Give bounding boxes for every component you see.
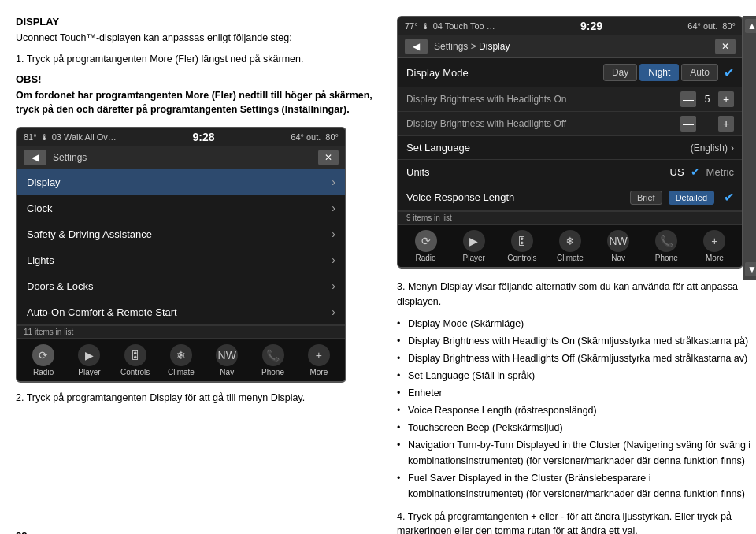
left-bottom-more[interactable]: + More [303,344,335,376]
brightness-on-minus-button[interactable]: — [680,91,696,107]
right-back-button[interactable]: ◀ [405,39,428,54]
scroll-down-button[interactable]: ▼ [745,262,756,276]
bullet-fuel: Fuel Saver Displayed in the Cluster (Brä… [397,470,756,502]
left-breadcrumb: Settings [53,152,312,163]
bullet-nav-cluster: Navigation Turn-by-Turn Displayed in the… [397,437,756,469]
mode-auto-button[interactable]: Auto [681,64,718,81]
left-bottom-climate[interactable]: ❄ Climate [165,344,197,376]
right-phone-label: Phone [655,254,678,262]
right-bottombar: ⟳ Radio ▶ Player 🎛 Controls ❄ [398,224,742,267]
right-bottom-player[interactable]: ▶ Player [458,230,490,262]
right-bottom-more[interactable]: + More [699,230,730,262]
climate-label: Climate [168,368,195,376]
car-screen-left: 81° 🌡 03 Walk All Ov… 9:28 64° out. 80° … [16,127,346,383]
controls-icon: 🎛 [124,344,146,366]
left-topbar-icon: 🌡 [40,132,49,142]
set-language-value: (English) [691,143,728,154]
voice-brief-button[interactable]: Brief [630,191,662,205]
left-time: 9:28 [193,131,215,143]
set-language-row[interactable]: Set Language (English) › [398,136,742,160]
menu-item-display[interactable]: Display › [17,169,345,195]
brightness-off-label: Display Brightness with Headlights Off [406,118,566,129]
more-icon: + [308,344,330,366]
brightness-on-plus-button[interactable]: + [718,91,734,107]
right-screen-body: Display Mode Day Night Auto ✔ Display Br… [398,58,742,267]
right-screen-wrapper: 77° 🌡 04 Touch Too … 9:29 64° out. 80° ◀… [397,16,756,280]
left-range: 80° [325,132,339,142]
more-label: More [309,368,328,376]
brightness-off-controls: — + [680,116,734,132]
menu-item-clock-label: Clock [27,202,53,214]
right-bottom-climate[interactable]: ❄ Climate [554,230,586,262]
units-label: Units [406,166,430,178]
left-close-button[interactable]: ✕ [318,150,339,165]
left-topbar-right: 64° out. 80° [291,132,339,142]
voice-response-label: Voice Response Length [406,191,514,203]
menu-item-clock-arrow: › [332,202,335,214]
climate-icon: ❄ [170,344,192,366]
right-column: 77° 🌡 04 Touch Too … 9:29 64° out. 80° ◀… [397,16,756,534]
right-side-scroll: ▲ ▼ [743,16,756,280]
intro-text: Uconnect Touch™-displayen kan anpassas e… [16,31,378,46]
left-route: 03 Walk All Ov… [52,132,117,142]
bullet-voice: Voice Response Length (röstresponslängd) [397,402,756,418]
mode-day-button[interactable]: Day [603,64,637,81]
radio-label: Radio [33,368,54,376]
left-menu-list: Display › Clock › Safety & Driving Assis… [17,169,345,325]
right-topbar-icon: 🌡 [421,21,430,31]
step4-text: 4. Tryck på programtangenten + eller - f… [397,510,756,535]
menu-item-autoon-label: Auto-On Comfort & Remote Start [27,306,177,318]
brightness-on-label: Display Brightness with Headlights On [406,94,566,105]
right-close-button[interactable]: ✕ [715,39,736,54]
right-bottom-nav[interactable]: NW Nav [602,230,634,262]
voice-response-row: Voice Response Length Brief Detailed ✔ [398,184,742,211]
left-temp-right: 64° out. [291,132,321,142]
mode-buttons: Day Night Auto ✔ [603,64,734,81]
menu-item-safety-arrow: › [332,228,335,240]
right-controls-icon: 🎛 [511,230,533,252]
display-mode-label: Display Mode [406,67,469,79]
left-column: DISPLAY Uconnect Touch™-displayen kan an… [16,16,378,534]
left-bottom-radio[interactable]: ⟳ Radio [28,344,59,376]
left-bottom-controls[interactable]: 🎛 Controls [120,344,151,376]
brightness-off-minus-button[interactable]: — [680,116,696,132]
left-bottom-phone[interactable]: 📞 Phone [258,344,289,376]
phone-icon: 📞 [262,344,284,366]
right-nav-icon: NW [607,230,629,252]
right-bottom-radio[interactable]: ⟳ Radio [410,230,442,262]
right-breadcrumb: Settings > Display [434,41,709,52]
menu-item-autoon[interactable]: Auto-On Comfort & Remote Start › [17,299,345,325]
left-bottom-player[interactable]: ▶ Player [73,344,105,376]
units-check-icon: ✔ [691,165,700,178]
menu-item-lights[interactable]: Lights › [17,247,345,273]
menu-item-display-label: Display [27,176,61,188]
car-screen-right: 77° 🌡 04 Touch Too … 9:29 64° out. 80° ◀… [397,16,743,269]
right-breadcrumb-current: Display [479,41,510,52]
right-more-label: More [706,254,724,262]
bullet-language: Set Language (Ställ in språk) [397,368,756,384]
right-time: 9:29 [580,20,602,32]
brightness-on-value: 5 [701,94,713,105]
right-range: 80° [722,21,736,31]
brightness-off-plus-button[interactable]: + [718,116,734,132]
obs-text: Om fordonet har programtangenten More (F… [16,88,378,118]
radio-icon: ⟳ [32,344,54,366]
menu-item-clock[interactable]: Clock › [17,195,345,221]
menu-item-doors-arrow: › [332,280,335,292]
menu-item-doors[interactable]: Doors & Locks › [17,273,345,299]
left-back-button[interactable]: ◀ [24,150,46,165]
menu-item-autoon-arrow: › [332,306,335,318]
player-label: Player [78,368,100,376]
voice-detailed-button[interactable]: Detailed [669,191,714,205]
left-topbar-left: 81° 🌡 03 Walk All Ov… [24,132,117,142]
right-bottom-phone[interactable]: 📞 Phone [650,230,682,262]
left-bottom-nav[interactable]: NW Nav [211,344,243,376]
menu-item-lights-arrow: › [332,254,335,266]
mode-night-button[interactable]: Night [639,64,679,81]
right-breadcrumb-text: Settings > Display [434,41,510,52]
right-bottom-controls[interactable]: 🎛 Controls [506,230,538,262]
bullet-display-mode: Display Mode (Skärmläge) [397,316,756,332]
scroll-up-button[interactable]: ▲ [745,19,756,33]
right-topbar-right: 64° out. 80° [687,21,736,31]
menu-item-safety[interactable]: Safety & Driving Assistance › [17,221,345,247]
